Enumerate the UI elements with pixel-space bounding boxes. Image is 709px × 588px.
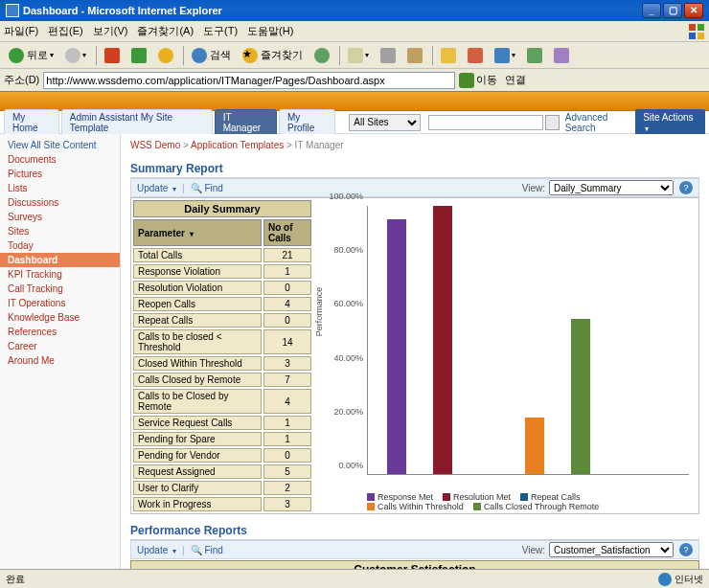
table-row: Repeat Calls0 <box>133 313 311 328</box>
sharepoint-nav: My Home Admin Assistant My Site Template… <box>0 111 709 134</box>
svg-rect-0 <box>689 24 696 31</box>
tab-my-home[interactable]: My Home <box>4 109 59 136</box>
tab-it-manager[interactable]: IT Manager <box>215 109 277 136</box>
find-button-2[interactable]: 🔍 Find <box>191 545 223 555</box>
nav-item-references[interactable]: References <box>0 325 120 339</box>
globe-icon <box>658 573 672 586</box>
bar-resolution-met <box>433 206 452 474</box>
nav-item-surveys[interactable]: Surveys <box>0 210 120 224</box>
search-input[interactable] <box>428 115 543 130</box>
print-button[interactable] <box>376 45 400 66</box>
minimize-button[interactable]: _ <box>642 3 661 18</box>
bar-calls-closed-through-remote <box>571 319 590 474</box>
nav-view-all[interactable]: View All Site Content <box>0 138 120 152</box>
table-row: Closed Within Threshold3 <box>133 356 311 371</box>
nav-item-today[interactable]: Today <box>0 238 120 253</box>
go-icon[interactable] <box>459 73 474 88</box>
summary-chart: Performance 0.00%20.00%40.00%60.00%80.00… <box>313 198 698 513</box>
refresh-button[interactable] <box>126 45 151 66</box>
nav-item-documents[interactable]: Documents <box>0 152 120 167</box>
chart-ylabel: Performance <box>314 286 324 336</box>
nav-item-it-operations[interactable]: IT Operations <box>0 296 120 310</box>
svg-rect-3 <box>698 33 704 39</box>
svg-rect-1 <box>698 24 704 31</box>
link-label[interactable]: 연결 <box>505 73 526 87</box>
table-row: Resolution Violation0 <box>133 281 311 295</box>
nav-item-discussions[interactable]: Discussions <box>0 195 120 210</box>
browser-toolbar: 뒤로▾ ▾ 검색 ★ 즐겨찾기 ▾ ▾ <box>0 42 709 69</box>
window-title: Dashboard - Microsoft Internet Explorer <box>23 5 222 16</box>
nav-item-knowledge-base[interactable]: Knowledge Base <box>0 310 120 325</box>
address-input[interactable] <box>43 72 455 89</box>
content-area: WSS Demo > Application Templates > IT Ma… <box>121 134 709 569</box>
find-button[interactable]: 🔍 Find <box>191 183 223 193</box>
sites-select[interactable]: All Sites <box>349 114 421 131</box>
stop-button[interactable] <box>100 45 125 66</box>
maximize-button[interactable]: ▢ <box>663 3 682 18</box>
table-row: User to Clarify2 <box>133 481 311 495</box>
back-button[interactable]: 뒤로▾ <box>4 45 58 66</box>
tool-button-5[interactable] <box>549 45 574 66</box>
tab-my-profile[interactable]: My Profile <box>279 109 335 136</box>
sat-title: Customer Satisfaction <box>131 561 699 570</box>
daily-table: Daily Summary Parameter ▾No of Calls Tot… <box>131 198 313 513</box>
menu-view[interactable]: 보기(V) <box>93 24 128 38</box>
table-row: Calls to be Closed by Remote4 <box>133 389 311 414</box>
nav-item-career[interactable]: Career <box>0 339 120 353</box>
nav-item-call-tracking[interactable]: Call Tracking <box>0 282 120 296</box>
menu-tools[interactable]: 도구(T) <box>203 24 238 38</box>
titlebar: Dashboard - Microsoft Internet Explorer … <box>0 0 709 21</box>
site-actions-button[interactable]: Site Actions ▾ <box>635 109 705 136</box>
view-select-perf[interactable]: Customer_Satisfaction <box>549 542 674 557</box>
zone-label: 인터넷 <box>675 573 703 586</box>
bc-apps[interactable]: Application Templates <box>191 140 284 150</box>
address-label: 주소(D) <box>4 73 39 87</box>
breadcrumb: WSS Demo > Application Templates > IT Ma… <box>130 140 699 150</box>
daily-table-title: Daily Summary <box>133 200 311 217</box>
table-row: Calls to be closed < Threshold14 <box>133 329 311 354</box>
bc-wss[interactable]: WSS Demo <box>130 140 180 150</box>
advanced-search-link[interactable]: Advanced Search <box>565 112 635 133</box>
nav-item-lists[interactable]: Lists <box>0 181 120 195</box>
nav-item-pictures[interactable]: Pictures <box>0 167 120 181</box>
edit-button[interactable] <box>402 45 427 66</box>
menu-fav[interactable]: 즐겨찾기(A) <box>137 24 194 38</box>
help-icon-2[interactable]: ? <box>679 543 693 556</box>
nav-item-sites[interactable]: Sites <box>0 224 120 238</box>
update-button-2[interactable]: Update ▾ <box>137 545 176 555</box>
forward-button[interactable]: ▾ <box>60 45 91 66</box>
mail-button[interactable]: ▾ <box>343 45 374 66</box>
perf-title: Performance Reports <box>130 522 699 540</box>
svg-rect-2 <box>689 33 696 39</box>
go-label[interactable]: 이동 <box>476 73 497 87</box>
table-row: Work in Progress3 <box>133 497 311 511</box>
update-button[interactable]: Update ▾ <box>137 183 176 193</box>
tab-admin[interactable]: Admin Assistant My Site Template <box>61 109 213 136</box>
tool-button-4[interactable] <box>522 45 547 66</box>
col-parameter[interactable]: Parameter ▾ <box>133 219 262 246</box>
address-bar: 주소(D) 이동 연결 <box>0 69 709 92</box>
tool-button-1[interactable] <box>436 45 461 66</box>
menu-help[interactable]: 도움말(H) <box>247 24 293 38</box>
table-row: Pending for Spare1 <box>133 432 311 446</box>
nav-item-kpi-tracking[interactable]: KPI Tracking <box>0 267 120 282</box>
tool-button-2[interactable] <box>463 45 488 66</box>
view-select-summary[interactable]: Daily_Summary <box>549 180 674 195</box>
search-button[interactable]: 검색 <box>187 45 236 66</box>
home-button[interactable] <box>153 45 178 66</box>
satisfaction-table: Customer Satisfaction MonthJanFebMarAprM… <box>130 560 699 569</box>
summary-title: Summary Report <box>130 160 699 178</box>
bar-calls-within-threshold <box>525 418 544 474</box>
table-row: Calls Closed by Remote7 <box>133 373 311 387</box>
menu-edit[interactable]: 편집(E) <box>48 24 83 38</box>
tool-button-3[interactable]: ▾ <box>490 45 520 66</box>
search-icon[interactable] <box>545 115 560 130</box>
close-button[interactable]: ✕ <box>684 3 703 18</box>
menu-file[interactable]: 파일(F) <box>4 24 38 38</box>
help-icon[interactable]: ? <box>679 181 693 194</box>
nav-item-dashboard[interactable]: Dashboard <box>0 253 120 267</box>
nav-item-around-me[interactable]: Around Me <box>0 353 120 368</box>
favorites-button[interactable]: ★ 즐겨찾기 <box>238 45 308 66</box>
col-calls[interactable]: No of Calls <box>263 219 311 246</box>
history-button[interactable] <box>309 45 334 66</box>
